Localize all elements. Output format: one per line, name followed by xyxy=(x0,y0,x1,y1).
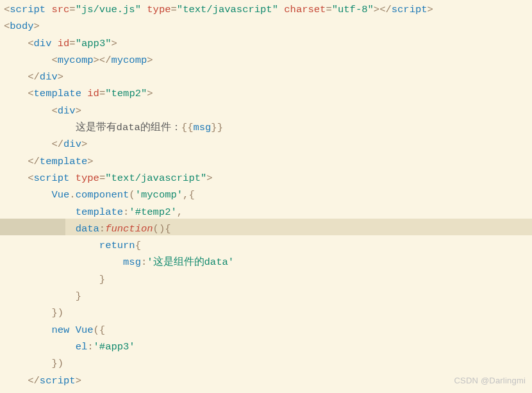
code-token xyxy=(4,307,51,319)
code-token xyxy=(69,172,75,184)
code-token: }} xyxy=(211,122,223,133)
code-token: el xyxy=(76,341,88,353)
code-token: > xyxy=(206,172,212,184)
code-token: "temp2" xyxy=(105,88,147,99)
code-token: return xyxy=(99,240,135,251)
code-token: < xyxy=(51,105,57,117)
code-token: : xyxy=(141,256,147,268)
code-token: } xyxy=(99,274,105,285)
code-token xyxy=(4,341,76,353)
code-token: div xyxy=(58,105,76,117)
code-token: > xyxy=(428,4,433,15)
code-token: : xyxy=(99,223,105,235)
code-token: , xyxy=(177,206,183,218)
code-token: }) xyxy=(51,307,63,319)
code-token: template xyxy=(76,206,123,218)
code-token: template xyxy=(34,88,81,99)
code-token xyxy=(4,240,99,251)
code-token: body xyxy=(10,21,33,32)
code-token: 'mycomp' xyxy=(135,189,183,201)
code-token: }) xyxy=(51,358,63,369)
code-token: type xyxy=(147,4,170,15)
code-token xyxy=(4,290,76,302)
code-token xyxy=(4,156,28,167)
code-token: script xyxy=(392,4,428,15)
code-token xyxy=(4,274,99,285)
code-token: "text/javascript" xyxy=(105,172,206,184)
code-token xyxy=(4,38,28,49)
code-token: ({ xyxy=(94,324,106,336)
code-token: div xyxy=(40,71,58,83)
code-token: > xyxy=(81,138,87,150)
code-token: (){ xyxy=(153,223,171,235)
code-token xyxy=(4,54,51,66)
code-token: 这是带有data的组件： xyxy=(4,122,181,133)
code-token: { xyxy=(135,240,141,251)
code-token xyxy=(51,38,57,49)
code-token: Vue xyxy=(76,324,94,336)
code-token: function xyxy=(105,223,153,235)
code-token: = xyxy=(99,172,105,184)
code-token: : xyxy=(87,341,93,353)
code-token: data xyxy=(76,223,99,235)
code-token xyxy=(4,138,51,150)
code-token xyxy=(4,358,51,369)
code-token: "app3" xyxy=(76,38,112,49)
code-token xyxy=(278,4,284,15)
code-token: </ xyxy=(28,156,40,167)
code-token: < xyxy=(4,21,10,32)
code-block: <script src="js/vue.js" type="text/javas… xyxy=(0,0,532,389)
code-token: '#temp2' xyxy=(129,206,176,218)
code-token: > xyxy=(58,71,63,83)
code-token: {{ xyxy=(181,122,194,133)
code-token xyxy=(4,172,28,184)
code-token: mycomp xyxy=(111,54,147,66)
code-token: script xyxy=(10,4,46,15)
code-token: < xyxy=(28,88,33,99)
code-token: msg xyxy=(123,256,141,268)
code-token: ,{ xyxy=(183,189,195,201)
code-token: </ xyxy=(51,138,63,150)
code-token: new xyxy=(51,324,69,336)
code-token: . xyxy=(69,189,75,201)
code-token: "utf-8" xyxy=(332,4,374,15)
code-token: > xyxy=(76,105,81,117)
code-token: = xyxy=(69,38,75,49)
code-token: "js/vue.js" xyxy=(76,4,141,15)
code-token: id xyxy=(87,88,99,99)
code-token: ( xyxy=(129,189,135,201)
code-token: '这是组件的data' xyxy=(147,256,234,268)
code-token: > xyxy=(34,21,40,32)
code-token: : xyxy=(123,206,129,218)
code-token xyxy=(4,223,76,235)
code-token xyxy=(4,189,51,201)
code-token: </ xyxy=(28,375,40,387)
code-token: < xyxy=(51,54,57,66)
code-token: div xyxy=(34,38,52,49)
code-token: src xyxy=(51,4,69,15)
code-token: charset xyxy=(284,4,326,15)
code-token xyxy=(4,324,51,336)
code-token: Vue xyxy=(51,189,69,201)
code-token: script xyxy=(34,172,70,184)
code-token: = xyxy=(171,4,177,15)
code-token xyxy=(4,206,76,218)
code-token: template xyxy=(40,156,87,167)
code-token: type xyxy=(76,172,99,184)
code-token xyxy=(4,375,28,387)
code-token: < xyxy=(4,4,10,15)
code-token: > xyxy=(87,156,93,167)
code-token: > xyxy=(111,38,117,49)
code-token xyxy=(4,71,28,83)
code-token: component xyxy=(76,189,129,201)
code-token xyxy=(4,88,28,99)
code-token: "text/javascript" xyxy=(177,4,278,15)
code-token: > xyxy=(76,375,81,387)
code-token: > xyxy=(147,54,153,66)
code-token: id xyxy=(58,38,70,49)
code-token: = xyxy=(69,4,75,15)
code-token: mycomp xyxy=(58,54,94,66)
code-token: } xyxy=(76,290,81,302)
code-token xyxy=(141,4,147,15)
code-token: < xyxy=(28,38,33,49)
